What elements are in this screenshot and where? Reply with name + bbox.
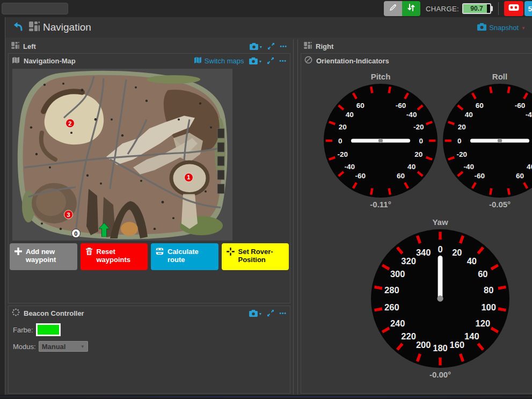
expand-icon[interactable] [267,57,274,64]
svg-text:0: 0 [338,137,342,145]
roll-gauge: Roll -60-60-40-40-20-2000202040406060 -0… [443,68,532,209]
add-waypoint-button[interactable]: Add new waypoint [10,243,77,270]
switch-maps-button[interactable]: Switch maps [194,56,244,66]
svg-text:40: 40 [467,256,477,266]
camera-icon[interactable]: ▼ [249,57,263,64]
svg-text:240: 240 [390,318,405,328]
yaw-gauge-dial: 0204060801001201401601802002202402602803… [371,229,509,368]
more-options-icon[interactable]: ••• [279,58,287,64]
svg-text:40: 40 [465,111,473,119]
svg-text:-20: -20 [413,123,424,131]
dashboard-icon [29,21,40,33]
yaw-gauge-title: Yaw [432,217,448,227]
more-options-icon[interactable]: ••• [280,43,287,49]
reset-waypoints-label: Reset waypoints [97,248,145,264]
svg-text:80: 80 [484,285,493,295]
back-button[interactable] [11,20,25,34]
navigation-map[interactable]: 2130 [12,69,232,241]
more-options-icon[interactable]: ••• [279,310,287,316]
navigation-map-header: Navigation-Map Switch maps [9,54,290,68]
svg-text:40: 40 [527,163,532,171]
svg-text:40: 40 [407,163,416,171]
waypoint-marker[interactable]: 1 [184,173,193,182]
svg-text:100: 100 [481,302,496,312]
expand-icon[interactable] [267,42,275,50]
beacon-color-label: Farbe: [13,326,33,334]
roll-gauge-value: -0.05° [489,200,511,209]
bottom-edge-bar [0,395,532,399]
back-arrow-icon [12,20,24,34]
snapshot-label: Snapshot [489,24,519,32]
pitch-gauge: Pitch -60-60-40-40-20-2000202040406060 -… [324,68,438,209]
navigation-map-title: Navigation-Map [24,57,76,65]
beacon-controller-body: Farbe: Modus: Manual ▼ [9,320,290,393]
beacon-icon [12,308,20,318]
pencil-icon [389,3,397,14]
battery-nub [491,6,493,11]
waypoint-marker[interactable]: 3 [64,210,73,219]
beacon-controller-panel: Beacon Controller ▼ ••• [8,306,290,394]
svg-text:-60: -60 [396,101,406,110]
right-panel-title: Right [316,42,333,50]
yaw-gauge-row: Yaw 020406080100120140160180200220240260… [301,213,532,379]
topbar-divider [498,2,499,15]
left-panel: Left ▼ ••• [5,39,294,395]
right-panel: Right ••• Orientation- [297,39,532,395]
svg-text:260: 260 [384,302,399,312]
svg-text:-40: -40 [464,163,475,171]
svg-text:-20: -20 [456,150,467,158]
sync-button[interactable] [402,1,420,16]
edit-button[interactable] [384,1,402,16]
set-rover-position-label: Set Rover-Position [238,248,286,264]
beacon-mode-select[interactable]: Manual ▼ [39,341,88,352]
svg-text:60: 60 [397,172,405,180]
expand-icon[interactable] [267,309,274,317]
empty-tab[interactable] [2,3,68,14]
beacon-controller-header: Beacon Controller ▼ ••• [9,306,290,320]
trash-icon [85,248,93,257]
svg-text:120: 120 [476,318,491,328]
camera-icon [477,23,486,32]
snapshot-button[interactable]: Snapshot ▼ [477,23,526,32]
chevron-down-icon: ▼ [521,26,526,31]
orientation-indicators-header: Orientation-Indicators [301,54,532,68]
waypoint-marker[interactable]: 0 [71,229,81,238]
yaw-gauge: Yaw 020406080100120140160180200220240260… [371,213,509,379]
camera-icon[interactable]: ▼ [250,43,263,50]
rover-control-app: CHARGE: 90.7 50 [0,0,532,399]
svg-text:60: 60 [478,269,487,279]
reset-waypoints-button[interactable]: Reset waypoints [81,243,148,270]
map-panel-filler [9,271,290,303]
speed-setting[interactable]: 50 [524,1,532,16]
content-area: Navigation Snapshot ▼ Left [5,17,532,395]
svg-text:20: 20 [452,248,462,257]
svg-text:200: 200 [416,340,431,350]
chevron-down-icon: ▼ [259,45,263,49]
charge-label: CHARGE: [426,5,459,13]
camera-icon[interactable]: ▼ [249,310,263,317]
svg-text:0: 0 [438,244,442,254]
orientation-icon [304,56,312,66]
svg-text:40: 40 [346,111,354,119]
pitch-gauge-title: Pitch [371,72,391,81]
dashboard-icon [11,42,19,50]
svg-text:220: 220 [401,331,416,341]
waypoint-marker[interactable]: 2 [65,119,75,128]
svg-text:180: 180 [433,343,448,353]
roll-gauge-title: Roll [492,72,507,81]
svg-text:160: 160 [450,340,465,350]
navigation-map-panel: Navigation-Map Switch maps [8,53,290,303]
svg-text:20: 20 [458,123,466,131]
chevron-down-icon: ▼ [259,312,263,316]
svg-text:320: 320 [401,256,416,266]
calculate-route-button[interactable]: Calculate route [151,243,218,270]
roll-gauge-dial: -60-60-40-40-20-2000202040406060 [443,84,532,198]
left-panel-header: Left ▼ ••• [8,39,290,53]
rover-marker[interactable] [98,223,110,237]
gamepad-button[interactable] [504,1,523,16]
orientation-indicators-panel: Orientation-Indicators Pitch -60-60-40-4… [301,53,532,394]
svg-text:60: 60 [476,101,484,110]
beacon-color-swatch[interactable] [36,323,61,336]
set-rover-position-button[interactable]: Set Rover-Position [222,243,289,270]
svg-text:340: 340 [416,248,431,257]
